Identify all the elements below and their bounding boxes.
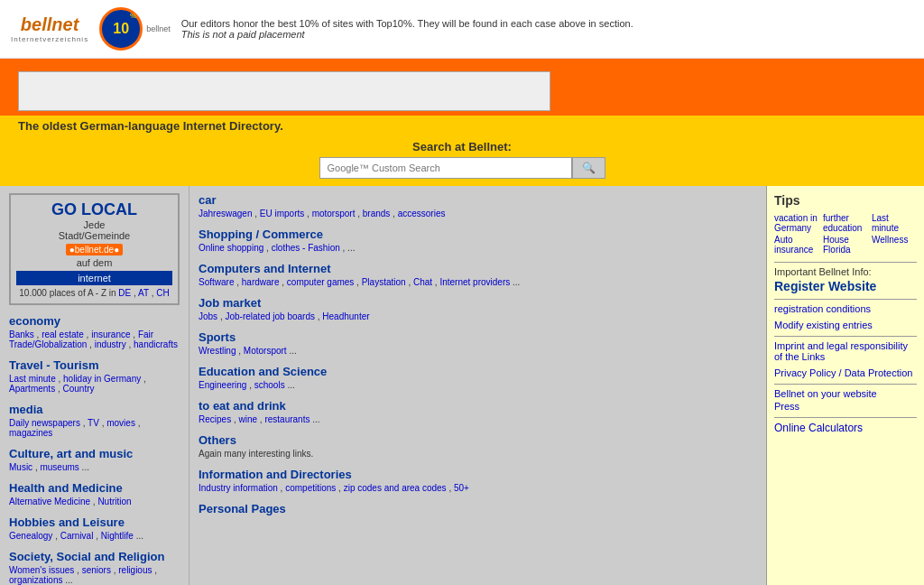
banner-image — [18, 71, 550, 111]
ch-link[interactable]: CH — [156, 288, 169, 298]
go-local-box: GO LOCAL Jede Stadt/Gemeinde ●bellnet.de… — [9, 193, 180, 305]
tip-house[interactable]: House Florida — [823, 235, 868, 255]
left-cat-society: Society, Social and Religion Women's iss… — [9, 550, 180, 585]
shopping-link[interactable]: Shopping / Commerce — [199, 228, 323, 241]
sidebar-link-imprint[interactable]: Imprint and legal responsibility of the … — [774, 340, 917, 362]
left-column: GO LOCAL Jede Stadt/Gemeinde ●bellnet.de… — [0, 186, 189, 585]
culture-link[interactable]: Culture, art and music — [9, 447, 133, 460]
sidebar-divider3 — [774, 336, 917, 337]
important-label: Important Bellnet Info: — [774, 266, 917, 277]
right-cat-education: Education and Science Engineering , scho… — [199, 365, 757, 390]
register-website-link[interactable]: Register Website — [774, 279, 917, 293]
at-link[interactable]: AT — [138, 288, 149, 298]
main-content: GO LOCAL Jede Stadt/Gemeinde ●bellnet.de… — [0, 186, 924, 585]
right-cat-shopping: Shopping / Commerce Online shopping , cl… — [199, 228, 757, 253]
search-input[interactable] — [319, 157, 572, 179]
header-description: Our editors honor the best 10% of sites … — [181, 18, 633, 40]
logo-text: bellnet — [21, 14, 79, 35]
computers-link[interactable]: Computers and Internet — [199, 262, 331, 275]
bellnet-badge: ●bellnet.de● — [66, 244, 123, 255]
go-local-line1: Jede — [16, 219, 172, 230]
education-link[interactable]: Education and Science — [199, 365, 327, 378]
go-local-line3: auf dem — [16, 257, 172, 268]
sidebar-link-press[interactable]: Press — [774, 401, 917, 412]
sidebar-link-bellnet-website[interactable]: Bellnet on your website — [774, 388, 917, 399]
left-cat-media: media Daily newspapers , TV , movies , m… — [9, 403, 180, 438]
bellnet-badge-label: bellnet — [146, 24, 171, 33]
right-cat-sports: Sports Wrestling , Motorsport ... — [199, 330, 757, 356]
society-link[interactable]: Society, Social and Religion — [9, 550, 164, 563]
jobs-link[interactable]: Job market — [199, 296, 261, 310]
sports-link[interactable]: Sports — [199, 330, 236, 344]
search-bar: Search at Bellnet: 🔍 — [0, 136, 924, 186]
food-link[interactable]: to eat and drink — [199, 399, 286, 413]
go-local-title: GO LOCAL — [16, 200, 172, 219]
go-local-line2: Stadt/Gemeinde — [16, 230, 172, 241]
right-cat-computers: Computers and Internet Software , hardwa… — [199, 262, 757, 287]
top10-badge: 10 % bellnet — [99, 7, 171, 51]
top10-number: 10 — [113, 21, 129, 37]
left-cat-economy: economy Banks , real estate , insurance … — [9, 314, 180, 349]
tips-grid: vacation in Germany further education La… — [774, 213, 917, 255]
info-link[interactable]: Information and Directories — [199, 468, 352, 481]
bellnet-logo[interactable]: bellnet Internetverzeichnis — [11, 14, 88, 43]
right-cat-car: car Jahreswagen , EU imports , motorspor… — [199, 193, 757, 218]
de-link[interactable]: DE — [118, 288, 131, 298]
sidebar-divider4 — [774, 384, 917, 385]
right-cat-jobs: Job market Jobs , Job-related job boards… — [199, 296, 757, 321]
hobbies-link[interactable]: Hobbies and Leisure — [9, 515, 125, 529]
tips-title: Tips — [774, 193, 917, 208]
right-cat-others: Others Again many interesting links. — [199, 433, 757, 459]
left-cat-hobbies: Hobbies and Leisure Genealogy , Carnival… — [9, 515, 180, 541]
internet-bar: internet — [16, 271, 172, 285]
logo-subtext: Internetverzeichnis — [11, 35, 88, 43]
tip-wellness[interactable]: Wellness — [872, 235, 917, 255]
right-cat-info: Information and Directories Industry inf… — [199, 468, 757, 493]
sidebar-divider2 — [774, 299, 917, 300]
search-label: Search at Bellnet: — [18, 140, 906, 153]
online-calculators-link[interactable]: Online Calculators — [774, 422, 917, 434]
search-form: 🔍 — [18, 157, 906, 179]
left-cat-culture: Culture, art and music Music , museums .… — [9, 447, 180, 472]
car-link[interactable]: car — [199, 193, 217, 207]
personal-pages-link[interactable]: Personal Pages — [199, 502, 286, 515]
sidebar-divider1 — [774, 262, 917, 263]
right-cat-food: to eat and drink Recipes , wine , restau… — [199, 399, 757, 424]
tip-auto[interactable]: Auto insurance — [774, 235, 819, 255]
travel-link[interactable]: Travel - Tourism — [9, 358, 98, 372]
search-button[interactable]: 🔍 — [572, 157, 605, 179]
orange-divider — [0, 59, 924, 66]
tip-education[interactable]: further education — [823, 213, 868, 233]
header: bellnet Internetverzeichnis 10 % bellnet… — [0, 0, 924, 59]
others-desc: Again many interesting links. — [199, 449, 757, 459]
header-logo: bellnet Internetverzeichnis — [11, 14, 88, 43]
others-link[interactable]: Others — [199, 433, 236, 447]
media-link[interactable]: media — [9, 403, 43, 416]
sidebar-link-modify[interactable]: Modify existing entries — [774, 320, 917, 330]
economy-link[interactable]: economy — [9, 314, 60, 328]
left-cat-travel: Travel - Tourism Last minute , holiday i… — [9, 358, 180, 394]
directory-title: The oldest German-language Internet Dire… — [18, 119, 283, 133]
sidebar-link-privacy[interactable]: Privacy Policy / Data Protection — [774, 367, 917, 378]
sidebar-link-registration[interactable]: registration conditions — [774, 303, 917, 314]
go-local-badge-area: ●bellnet.de● — [16, 244, 172, 255]
count-text: 10.000 places of A - Z in DE , AT , CH — [16, 288, 172, 298]
tip-vacation[interactable]: vacation in Germany — [774, 213, 819, 233]
left-cat-health: Health and Medicine Alternative Medicine… — [9, 481, 180, 506]
banner-area — [0, 66, 924, 116]
right-column: car Jahreswagen , EU imports , motorspor… — [189, 186, 766, 585]
yellow-title-bar: The oldest German-language Internet Dire… — [0, 116, 924, 136]
health-link[interactable]: Health and Medicine — [9, 481, 123, 495]
right-cat-personal: Personal Pages — [199, 502, 757, 515]
tip-lastminute[interactable]: Last minute — [872, 213, 917, 233]
sidebar-divider5 — [774, 417, 917, 418]
sidebar: Tips vacation in Germany further educati… — [766, 186, 924, 585]
